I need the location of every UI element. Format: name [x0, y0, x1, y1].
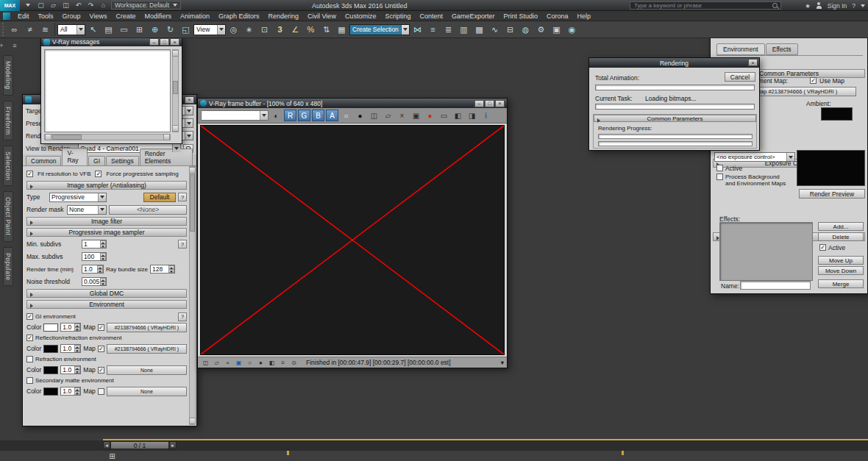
chevron-down-icon[interactable] — [861, 4, 865, 7]
menu-item[interactable]: Civil View — [303, 11, 341, 21]
curve-editor-icon[interactable]: ∿ — [488, 23, 502, 37]
menu-item[interactable]: Modifiers — [140, 11, 176, 21]
percent-snap-icon[interactable]: % — [304, 23, 318, 37]
sampler-type-dropdown[interactable]: Progressive — [49, 193, 107, 202]
minimize-button[interactable]: – — [474, 100, 484, 107]
scroll-up-button[interactable] — [172, 50, 179, 57]
app-titlebar[interactable]: MAX ▢▱◫↶↷⌂ Workspace: Default Autodesk 3… — [0, 0, 868, 11]
rollout-global-dmc[interactable]: Global DMC — [26, 289, 187, 298]
close-button[interactable]: × — [170, 38, 179, 46]
ribbon-tab[interactable]: Freeform — [3, 101, 13, 140]
slot-enable-checkbox[interactable]: ✓ — [26, 335, 33, 341]
angle-snap-icon[interactable]: ∠ — [288, 23, 302, 37]
tab-effects[interactable]: Effects — [766, 43, 798, 55]
spinner-arrows-icon[interactable] — [97, 265, 103, 273]
redo-icon[interactable]: ↷ — [85, 1, 96, 10]
vfb-channel-dropdown[interactable] — [201, 110, 268, 121]
tab-render-elements[interactable]: Render Elements — [140, 149, 193, 165]
switch-to-alpha-icon[interactable]: ○ — [340, 110, 352, 121]
menu-item[interactable]: Print Studio — [499, 11, 542, 21]
menu-item[interactable]: Rendering — [264, 11, 304, 21]
scroll-down-button[interactable] — [172, 125, 179, 132]
menu-item[interactable]: Customize — [341, 11, 381, 21]
map-enable-checkbox[interactable]: ✓ — [98, 346, 104, 352]
undo-icon[interactable]: ↶ — [73, 1, 84, 10]
menu-item[interactable]: Content — [415, 11, 447, 21]
render-setup-scrollbar[interactable] — [189, 166, 196, 425]
vfb-load-icon[interactable]: ▱ — [212, 358, 221, 367]
ribbon-tab[interactable]: Selection — [3, 146, 13, 186]
menu-item[interactable]: Help — [573, 11, 596, 21]
help-button[interactable]: ? — [178, 312, 187, 321]
alpha-channel-icon[interactable]: A — [326, 110, 338, 121]
load-image-icon[interactable]: ▱ — [382, 110, 394, 121]
ribbon-tab[interactable]: Object Paint — [3, 191, 13, 241]
menu-item[interactable]: Scripting — [380, 11, 415, 21]
tab-environment[interactable]: Environment — [716, 43, 765, 55]
region-render-icon[interactable]: ▭ — [438, 110, 450, 121]
ribbon-toggle-icon[interactable]: ▩ — [472, 23, 486, 37]
render-time-spinner[interactable]: 1.0 — [82, 265, 104, 274]
save-file-icon[interactable]: ◫ — [60, 1, 71, 10]
menu-item[interactable]: GameExporter — [447, 11, 499, 21]
duplicate-to-host-icon[interactable]: ▣ — [410, 110, 422, 121]
vfb-rgb-icon[interactable]: ▣ — [234, 358, 243, 367]
scroll-right-button[interactable] — [163, 134, 170, 140]
selection-filter-dropdown[interactable]: All — [57, 24, 85, 35]
scroll-up-button[interactable] — [189, 167, 196, 174]
color-swatch[interactable] — [43, 345, 58, 353]
select-object-icon[interactable]: ↖ — [86, 23, 100, 37]
blue-channel-icon[interactable]: B — [312, 110, 324, 121]
slot-enable-checkbox[interactable]: ✓ — [26, 313, 33, 320]
red-channel-icon[interactable]: R — [284, 110, 296, 121]
rendered-frame-window-icon[interactable]: ▣ — [549, 23, 563, 37]
map-slot-button[interactable]: #2138794666 ( VRayHDRI ) — [107, 323, 187, 332]
help-button[interactable]: ? — [178, 240, 187, 249]
menu-item[interactable]: Edit — [13, 11, 34, 21]
window-crossing-icon[interactable]: ⊞ — [132, 23, 146, 37]
select-and-move-icon[interactable]: ⊕ — [148, 23, 162, 37]
add-effect-button[interactable]: Add... — [818, 222, 864, 231]
toolbar-grip[interactable] — [2, 23, 5, 36]
ribbon-expand-icon[interactable]: + — [0, 40, 7, 50]
align-icon[interactable]: ≡ — [426, 23, 440, 37]
map-enable-checkbox[interactable]: ✓ — [98, 367, 104, 374]
default-button[interactable]: Default — [143, 193, 176, 202]
menu-item[interactable]: Graph Editors — [214, 11, 264, 21]
map-slot-button[interactable]: None — [107, 365, 187, 375]
render-mask-map-button[interactable]: <None> — [109, 205, 187, 215]
spinner-arrows-icon[interactable] — [100, 278, 106, 285]
open-file-icon[interactable]: ▱ — [48, 1, 59, 10]
tab-settings[interactable]: Settings — [106, 156, 139, 165]
vfb-alpha-icon[interactable]: ○ — [245, 358, 255, 367]
project-folder-icon[interactable]: ⌂ — [98, 1, 109, 10]
sign-in-button[interactable]: Sign In — [828, 2, 847, 10]
tab-gi[interactable]: GI — [88, 156, 105, 165]
close-button[interactable]: × — [748, 59, 758, 66]
max-subdivs-spinner[interactable]: 100 — [82, 252, 107, 261]
reference-coordinate-dropdown[interactable]: View — [193, 24, 226, 35]
vfb-history-icon[interactable]: ⊙ — [289, 358, 299, 367]
keyboard-shortcut-override-icon[interactable]: ⊡ — [257, 23, 271, 37]
multiplier-spinner[interactable]: 1.0 — [60, 323, 81, 332]
spinner-arrows-icon[interactable] — [74, 324, 80, 331]
vfb-render-canvas[interactable] — [200, 125, 505, 355]
rollout-progressive-sampler[interactable]: Progressive image sampler — [26, 228, 187, 237]
render-preview-button[interactable]: Render Preview — [799, 189, 865, 199]
menu-item[interactable]: Create — [111, 11, 140, 21]
rollout-image-filter[interactable]: Image filter — [26, 217, 187, 226]
ribbon-pin-icon[interactable]: ≡ — [9, 40, 21, 50]
vfb-mono-icon[interactable]: ● — [256, 358, 266, 367]
exposure-control-dropdown[interactable]: <no exposure control> — [714, 152, 795, 162]
mini-curve-editor-button[interactable]: ⊞ — [107, 451, 118, 460]
render-mask-dropdown[interactable]: None — [67, 205, 107, 215]
help-icon[interactable]: ? — [852, 2, 855, 10]
effect-name-field[interactable] — [740, 281, 811, 290]
spinner-arrows-icon[interactable] — [100, 240, 106, 248]
time-slider[interactable]: 0 / 1 — [110, 441, 169, 449]
slot-enable-checkbox[interactable] — [26, 377, 33, 384]
schematic-view-icon[interactable]: ⊟ — [503, 23, 517, 37]
max-application-button[interactable]: MAX — [0, 0, 20, 11]
save-image-icon[interactable]: ◫ — [368, 110, 380, 121]
bind-to-space-warp-icon[interactable]: ≋ — [38, 23, 52, 37]
